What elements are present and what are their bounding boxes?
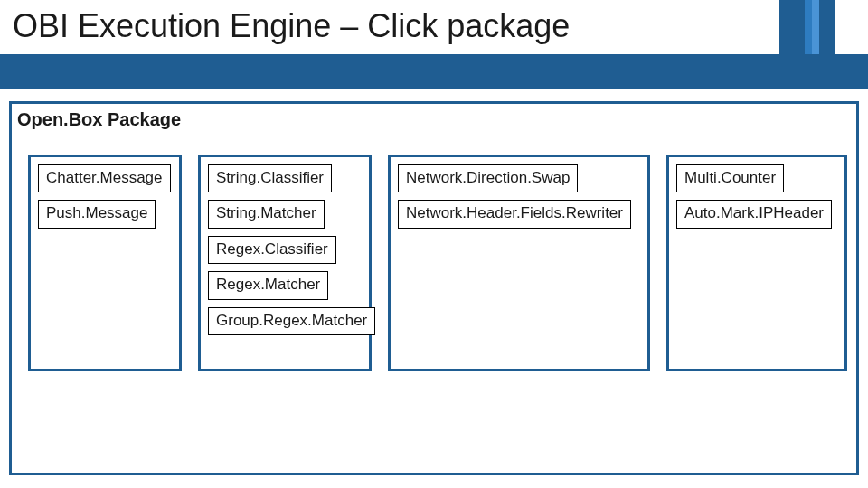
module-box: Network.Header.Fields.Rewriter (398, 200, 631, 228)
accent-stripe (819, 0, 835, 54)
package-title: Open.Box Package (17, 109, 181, 130)
title-bar: OBI Execution Engine – Click package (0, 0, 868, 89)
module-box: String.Classifier (208, 164, 332, 192)
title-accent-stripes (779, 0, 835, 54)
module-box: Regex.Classifier (208, 236, 336, 264)
slide-title: OBI Execution Engine – Click package (13, 7, 570, 45)
module-box: Chatter.Message (38, 164, 171, 192)
column-2: String.Classifier String.Matcher Regex.C… (198, 155, 372, 371)
module-box: Auto.Mark.IPHeader (676, 200, 832, 228)
accent-stripe (812, 0, 819, 54)
module-box: Push.Message (38, 200, 156, 228)
column-4: Multi.Counter Auto.Mark.IPHeader (666, 155, 847, 371)
column-1: Chatter.Message Push.Message (28, 155, 182, 371)
package-frame: Open.Box Package Chatter.Message Push.Me… (9, 101, 859, 475)
module-box: Group.Regex.Matcher (208, 307, 375, 335)
module-box: Network.Direction.Swap (398, 164, 578, 192)
column-3: Network.Direction.Swap Network.Header.Fi… (388, 155, 650, 371)
module-box: String.Matcher (208, 200, 325, 228)
slide: OBI Execution Engine – Click package Ope… (0, 0, 868, 488)
accent-stripe (805, 0, 812, 54)
module-box: Multi.Counter (676, 164, 784, 192)
module-box: Regex.Matcher (208, 271, 328, 299)
accent-stripe (779, 0, 805, 54)
